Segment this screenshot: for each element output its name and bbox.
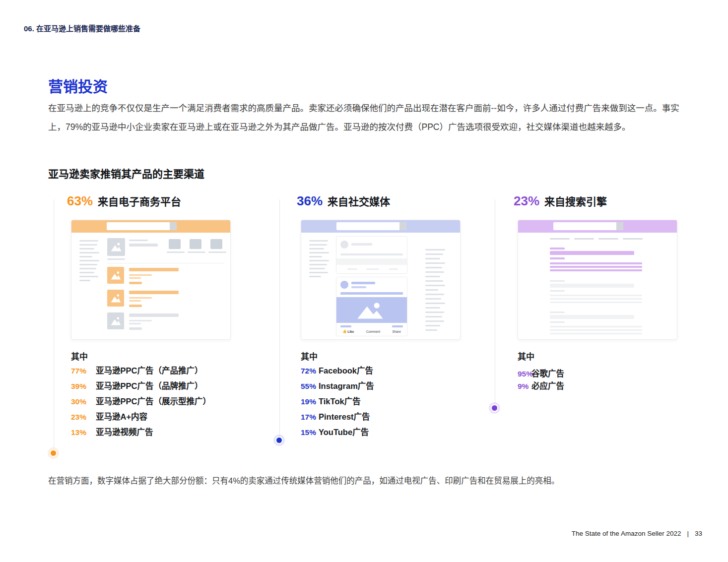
post-action-row: 👍Like Comment Share [336,329,407,333]
channel-label: 来自社交媒体 [328,193,390,208]
sponsored-product-image [107,267,124,284]
feed-post-placeholder [336,236,407,274]
product-image-placeholder [107,238,125,256]
footnote: 在营销方面，数字媒体占据了绝大部分份额：只有4%的卖家通过传统媒体营销他们的产品… [48,474,644,486]
section-paragraph: 在亚马逊上的竞争不仅仅是生产一个满足消费者需求的高质量产品。卖家还必须确保他们的… [48,99,686,136]
list-item: 55%Instagram广告 [301,379,374,395]
list-item: 15%YouTube广告 [301,426,374,441]
mockup-navbar [518,220,677,233]
sublist: 77%亚马逊PPC广告（产品推广） 39%亚马逊PPC广告（品牌推广） 30%亚… [71,364,211,441]
list-item: 9%必应广告 [518,379,564,392]
list-item: 13%亚马逊视频广告 [71,426,211,441]
sublist-title: 其中 [301,350,318,362]
thumbs-up-icon: 👍 [342,329,346,333]
sublist-title: 其中 [71,350,88,362]
post-image-placeholder [336,297,407,323]
channel-percentage: 36% [297,193,323,209]
page-footer: The State of the Amazon Seller 2022 | 33 [572,530,702,537]
channel-column-ecommerce: 63% 来自电子商务平台 [67,193,275,209]
ecommerce-mockup [71,220,231,340]
column-rule-3 [495,199,495,404]
sublist: 95%谷歌广告 9%必应广告 [518,367,564,392]
column-rule-1 [54,199,54,448]
channel-percentage: 63% [67,193,93,209]
serp-mockup [518,220,677,340]
channel-label: 来自搜索引擎 [544,193,607,208]
product-image-placeholder [107,312,124,329]
footer-page-number: 33 [695,530,702,537]
orange-dot-marker [51,450,56,456]
purple-dot-marker [492,405,497,411]
channel-column-social: 36% 来自社交媒体 [297,193,505,209]
channel-column-search: 23% 来自搜索引擎 [514,193,712,209]
sponsored-product-image [107,290,124,307]
mockup-navbar [301,220,460,233]
blue-dot-marker [276,437,282,443]
footer-separator: | [687,530,689,537]
channel-header: 36% 来自社交媒体 [297,193,505,209]
list-item: 95%谷歌广告 [518,367,564,379]
like-action: 👍Like [342,329,354,333]
mockup-search-bar [553,222,623,230]
chapter-header: 06. 在亚马逊上销售需要做哪些准备 [24,23,140,33]
mockup-search-button [616,222,623,230]
list-item: 23%亚马逊A+内容 [71,410,211,426]
sponsored-post: 👍Like Comment Share [336,277,407,336]
mockup-navbar [71,220,230,233]
channel-header: 23% 来自搜索引擎 [514,193,712,209]
footer-report-title: The State of the Amazon Seller 2022 [572,530,681,537]
mockup-search-button [399,222,406,230]
mockup-search-button [170,222,177,230]
column-rule-2 [279,199,280,437]
section-title: 营销投资 [48,74,108,96]
list-item: 30%亚马逊PPC广告（展示型推广） [71,395,211,410]
list-item: 17%Pinterest广告 [301,410,374,426]
channel-label: 来自电子商务平台 [98,193,181,208]
list-item: 72%Facebook广告 [301,364,374,379]
comment-action: Comment [366,329,380,333]
share-action: Share [392,329,400,333]
sublist: 72%Facebook广告 55%Instagram广告 19%TikTok广告… [301,364,374,441]
channel-percentage: 23% [514,193,539,209]
social-feed-mockup: 👍Like Comment Share [301,220,461,340]
list-item: 77%亚马逊PPC广告（产品推广） [71,364,211,379]
mockup-search-bar [336,222,406,230]
chart-heading: 亚马逊卖家推销其产品的主要渠道 [48,166,204,181]
list-item: 19%TikTok广告 [301,395,374,410]
mockup-search-bar [107,222,177,230]
list-item: 39%亚马逊PPC广告（品牌推广） [71,379,211,395]
channel-header: 63% 来自电子商务平台 [67,193,275,209]
sublist-title: 其中 [518,350,534,362]
report-page: 06. 在亚马逊上销售需要做哪些准备 营销投资 在亚马逊上的竞争不仅仅是生产一个… [0,0,728,562]
